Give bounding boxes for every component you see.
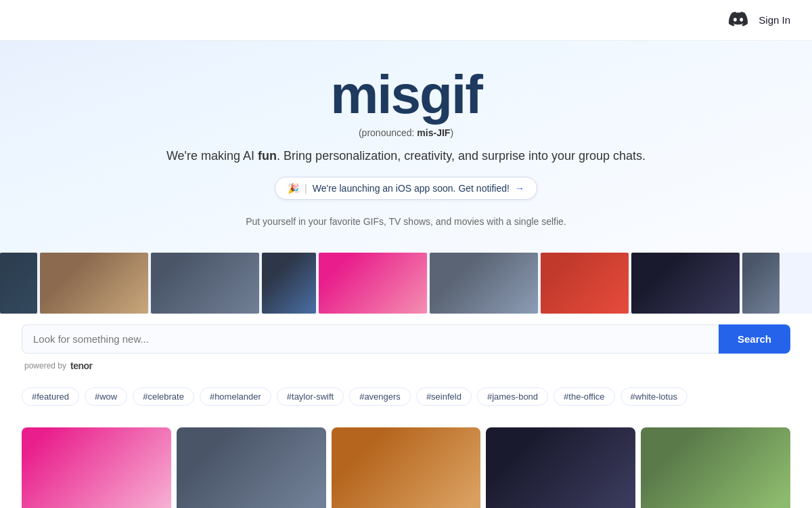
- cta-arrow: →: [515, 183, 524, 194]
- gif-grid-item[interactable]: [486, 427, 635, 508]
- cta-emoji: 🎉: [288, 183, 299, 194]
- powered-by: powered by tenor: [24, 360, 790, 371]
- gif-grid: [0, 417, 812, 508]
- gif-grid-item[interactable]: [641, 427, 790, 508]
- tag-pill[interactable]: #james-bond: [477, 387, 548, 406]
- hero-subtitle: Put yourself in your favorite GIFs, TV s…: [14, 216, 798, 227]
- gif-item[interactable]: [40, 253, 148, 314]
- gif-grid-item[interactable]: [332, 427, 481, 508]
- pronunciation-text: (pronounced: mis-JIF): [14, 127, 798, 138]
- gif-grid-item[interactable]: [22, 427, 171, 508]
- search-input[interactable]: [22, 324, 719, 354]
- hero-tagline: We're making AI fun. Bring personalizati…: [14, 149, 798, 163]
- tag-pill[interactable]: #featured: [22, 387, 79, 406]
- tag-pill[interactable]: #wow: [85, 387, 127, 406]
- tag-row: #featured#wow#celebrate#homelander#taylo…: [0, 387, 812, 417]
- gif-item[interactable]: [430, 253, 538, 314]
- gif-item[interactable]: [742, 253, 780, 314]
- ios-launch-cta[interactable]: 🎉 | We're launching an iOS app soon. Get…: [275, 177, 537, 200]
- search-section: Search powered by tenor: [0, 314, 812, 387]
- tenor-logo: tenor: [70, 360, 93, 371]
- gif-strip: [0, 253, 780, 314]
- tag-pill[interactable]: #seinfeld: [416, 387, 472, 406]
- tag-pill[interactable]: #celebrate: [133, 387, 194, 406]
- gif-item[interactable]: [151, 253, 259, 314]
- tag-pill[interactable]: #white-lotus: [621, 387, 687, 406]
- gif-item[interactable]: [319, 253, 427, 314]
- gif-item[interactable]: [262, 253, 316, 314]
- gif-item[interactable]: [0, 253, 37, 314]
- navbar-right: Sign In: [729, 9, 790, 31]
- navbar: Sign In: [0, 0, 812, 41]
- tag-pill[interactable]: #the-office: [554, 387, 614, 406]
- hero-section: misgif (pronounced: mis-JIF) We're makin…: [0, 41, 812, 253]
- site-title: misgif: [14, 68, 798, 122]
- search-button[interactable]: Search: [719, 324, 790, 354]
- tag-pill[interactable]: #avengers: [349, 387, 411, 406]
- gif-item[interactable]: [541, 253, 629, 314]
- gif-item[interactable]: [631, 253, 740, 314]
- sign-in-link[interactable]: Sign In: [759, 14, 790, 26]
- gif-strip-wrapper: [0, 253, 812, 314]
- search-bar: Search: [22, 324, 790, 354]
- gif-grid-item[interactable]: [177, 427, 326, 508]
- discord-icon[interactable]: [729, 9, 748, 31]
- cta-divider: |: [304, 183, 307, 194]
- tag-pill[interactable]: #taylor-swift: [277, 387, 344, 406]
- powered-by-text: powered by: [24, 361, 66, 371]
- tag-pill[interactable]: #homelander: [200, 387, 271, 406]
- cta-text: We're launching an iOS app soon. Get not…: [313, 183, 510, 194]
- tagline-bold: fun: [258, 149, 277, 163]
